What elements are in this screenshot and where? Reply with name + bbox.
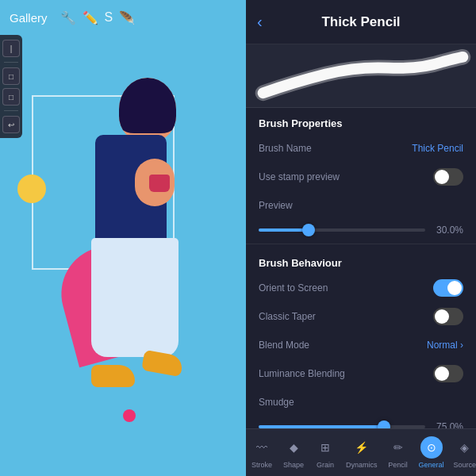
left-tool-2[interactable]: □ [2, 67, 20, 85]
brush-name-row: Brush Name Thick Pencil [246, 134, 476, 163]
illus-circle-yellow [17, 175, 46, 203]
gallery-button[interactable]: Gallery [10, 11, 48, 25]
panel-body: Brush Properties Brush Name Thick Pencil… [246, 108, 476, 428]
preview-value: 30.0% [435, 225, 463, 236]
classic-taper-row: Classic Taper [246, 302, 476, 331]
brush-name-label: Brush Name [259, 143, 407, 154]
tab-grain-icon: ⊞ [314, 436, 336, 459]
tab-shape-label: Shape [283, 461, 304, 469]
smudge-slider-fill [259, 425, 384, 428]
orient-screen-toggle[interactable] [433, 279, 463, 297]
brush-icon[interactable]: ✏️ [83, 10, 98, 25]
preview-label-row: Preview [246, 191, 476, 220]
tab-pencil-label: Pencil [388, 461, 408, 469]
tab-stroke-icon: 〰 [251, 436, 273, 459]
left-tool-sep-1 [4, 62, 18, 63]
smudge-label-row: Smudge [246, 388, 476, 416]
preview-label: Preview [259, 200, 463, 211]
character-illustration [48, 56, 230, 444]
smudge-label: Smudge [259, 397, 463, 408]
orient-screen-label: Orient to Screen [259, 282, 433, 294]
smudge-slider-thumb[interactable] [378, 420, 390, 428]
panel-title: Thick Pencil [321, 14, 400, 30]
left-tool-sep-2 [4, 110, 18, 111]
blend-mode-row: Blend Mode Normal › [246, 331, 476, 359]
tab-pencil-icon: ✏ [387, 436, 409, 459]
smudge-slider-row: 75.0% [246, 416, 476, 428]
use-stamp-toggle[interactable] [433, 168, 463, 186]
panel-header: ‹ Thick Pencil [246, 0, 476, 44]
tab-dynamics-icon: ⚡ [351, 436, 373, 459]
top-bar-left: Gallery 🔧 ✏️ S 🪶 [10, 10, 135, 25]
preview-slider-row: 30.0% [246, 220, 476, 240]
left-tool-1[interactable]: | [2, 40, 20, 57]
char-hair [119, 78, 176, 133]
char-shoe-left [91, 365, 135, 387]
brush-preview-area [246, 44, 476, 108]
smudge-value: 75.0% [435, 421, 463, 428]
tab-general[interactable]: ⊙ General [414, 433, 449, 472]
wrench-icon[interactable]: 🔧 [60, 10, 76, 25]
char-cup [149, 175, 170, 192]
smudge-slider[interactable] [259, 425, 425, 428]
char-shoe-right [141, 350, 184, 377]
tab-shape-icon: ◆ [282, 436, 305, 459]
classic-taper-toggle[interactable] [433, 308, 463, 325]
tab-source-icon: ◈ [454, 436, 476, 459]
brush-name-value: Thick Pencil [412, 143, 463, 154]
char-head [119, 78, 176, 141]
tab-shape[interactable]: ◆ Shape [278, 433, 309, 472]
panel-back-button[interactable]: ‹ [257, 13, 263, 31]
blend-mode-value[interactable]: Normal › [427, 340, 463, 351]
tab-grain-label: Grain [317, 461, 334, 469]
use-stamp-label: Use stamp preview [259, 171, 433, 182]
tab-general-label: General [419, 461, 444, 469]
brush-stroke-svg [246, 44, 476, 107]
use-stamp-row: Use stamp preview [246, 163, 476, 191]
tab-bar: 〰 Stroke ◆ Shape ⊞ Grain ⚡ Dynamics ✏ Pe… [246, 428, 476, 476]
luminance-blend-row: Luminance Blending [246, 359, 476, 388]
orient-screen-row: Orient to Screen [246, 274, 476, 302]
top-bar-tool-icons: 🔧 ✏️ S 🪶 [60, 10, 136, 25]
tab-general-icon: ⊙ [420, 436, 443, 459]
tab-dynamics[interactable]: ⚡ Dynamics [341, 433, 382, 472]
tab-stroke[interactable]: 〰 Stroke [246, 433, 278, 472]
luminance-blend-toggle[interactable] [433, 365, 463, 382]
section-brush-properties: Brush Properties [246, 108, 476, 134]
tab-pencil[interactable]: ✏ Pencil [382, 433, 414, 472]
section-brush-behaviour: Brush Behaviour [246, 248, 476, 274]
luminance-blend-label: Luminance Blending [259, 368, 433, 379]
left-toolbar: | □ □ ↩ [0, 35, 22, 138]
preview-slider-fill [259, 228, 309, 232]
tab-grain[interactable]: ⊞ Grain [309, 433, 341, 472]
feather-icon[interactable]: 🪶 [119, 10, 135, 25]
tab-stroke-label: Stroke [251, 461, 272, 469]
strikethrough-icon[interactable]: S [105, 10, 113, 25]
preview-slider[interactable] [259, 228, 425, 232]
divider-1 [246, 244, 476, 244]
preview-slider-thumb[interactable] [302, 224, 315, 236]
tab-dynamics-label: Dynamics [346, 461, 378, 469]
classic-taper-label: Classic Taper [259, 311, 433, 322]
left-tool-3[interactable]: □ [2, 88, 20, 106]
tab-source-label: Source [454, 461, 476, 469]
brush-panel: ‹ Thick Pencil Brush Properties Brush Na… [246, 0, 476, 476]
blend-mode-label: Blend Mode [259, 340, 427, 351]
char-pants [91, 238, 178, 357]
left-undo-btn[interactable]: ↩ [2, 116, 20, 133]
tab-source[interactable]: ◈ Source [449, 433, 476, 472]
